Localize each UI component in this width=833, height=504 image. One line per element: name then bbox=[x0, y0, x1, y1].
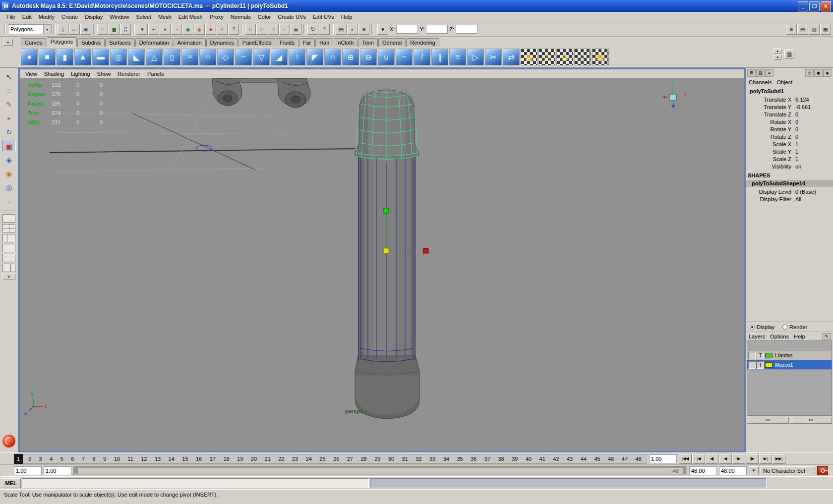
select-by-hierarchy-icon[interactable]: ⌂ bbox=[97, 24, 108, 35]
attribute-value[interactable]: 0 bbox=[794, 119, 833, 125]
shelf-tab[interactable]: Animation bbox=[174, 38, 206, 47]
step-back-frame-button[interactable]: |◀ bbox=[692, 454, 705, 464]
soft-modification-tool[interactable]: ◉ bbox=[2, 168, 16, 180]
attribute-value[interactable]: 0 bbox=[794, 126, 833, 132]
show-manipulator-tool[interactable]: ◎ bbox=[2, 181, 16, 194]
snap-to-grids-icon[interactable]: ∩ bbox=[245, 24, 256, 35]
menu-item[interactable]: File bbox=[3, 13, 19, 21]
panel-menu-item[interactable]: Shading bbox=[41, 70, 67, 77]
shelf-tabs-menu-button[interactable]: ▾ bbox=[3, 39, 13, 46]
close-button[interactable]: ✕ bbox=[821, 1, 831, 11]
attribute-value[interactable]: All bbox=[794, 196, 833, 202]
range-slider-bar[interactable]: 48 bbox=[74, 467, 686, 474]
make-live-icon[interactable]: ◉ bbox=[291, 24, 301, 35]
channel-attribute-row[interactable]: Scale X 1 bbox=[746, 140, 833, 148]
cylindrical-mapping-icon[interactable]: ◫ bbox=[538, 49, 555, 65]
select-by-component-icon[interactable]: ⣿ bbox=[120, 24, 131, 35]
panel-menu-item[interactable]: View bbox=[22, 70, 41, 77]
shelf-tab[interactable]: Fur bbox=[299, 38, 315, 47]
shelf-tab[interactable]: Dynamics bbox=[206, 38, 238, 47]
poly-separate-icon[interactable]: ⊖ bbox=[360, 49, 377, 65]
selection-mode-dropdown[interactable]: Polygons ▾ bbox=[8, 24, 52, 34]
shelf-tab[interactable]: Surfaces bbox=[105, 38, 134, 47]
channel-attribute-row[interactable]: Display Level 0 (Base) bbox=[746, 188, 833, 195]
menu-item[interactable]: Create bbox=[58, 13, 81, 21]
set-selection-mask-dropdown-icon[interactable]: ▾ bbox=[137, 24, 148, 35]
attribute-value[interactable]: 1 bbox=[794, 141, 833, 147]
shelf-editor-button[interactable]: ▥ bbox=[784, 49, 794, 59]
shelf-tab[interactable]: Hair bbox=[315, 38, 333, 47]
status-group-grip[interactable] bbox=[93, 24, 95, 34]
status-group-grip[interactable] bbox=[4, 24, 6, 34]
poly-sphere-icon[interactable]: ● bbox=[21, 49, 38, 65]
input-field-mode-button[interactable]: ▾ bbox=[377, 24, 388, 35]
shelf-tab[interactable]: nCloth bbox=[334, 38, 357, 47]
boolean-difference-icon[interactable]: − bbox=[396, 49, 413, 65]
menu-item[interactable]: Help bbox=[338, 13, 356, 21]
poly-cone-icon[interactable]: ▲ bbox=[74, 49, 91, 65]
render-layers-radio[interactable]: Render bbox=[782, 324, 807, 330]
attribute-value[interactable]: 1 bbox=[794, 149, 833, 155]
help-icon[interactable]: ? bbox=[319, 24, 330, 35]
poly-reduce-icon[interactable]: ▽ bbox=[253, 49, 270, 65]
open-scene-icon[interactable]: ▱ bbox=[69, 24, 80, 35]
toolbox-scroll-button[interactable]: ▾ bbox=[2, 274, 15, 280]
layer-paint-icon[interactable]: ✎ bbox=[822, 333, 831, 340]
shelf-tab[interactable]: Fluids bbox=[276, 38, 298, 47]
panel-menu-item[interactable]: Show bbox=[94, 70, 115, 77]
boolean-union-icon[interactable]: ∪ bbox=[378, 49, 395, 65]
menu-item[interactable]: Edit bbox=[19, 13, 35, 21]
channel-speed-mode-icon[interactable]: ▤ bbox=[756, 69, 765, 77]
construction-history-toggle-icon[interactable]: ↻ bbox=[307, 24, 318, 35]
node-name[interactable]: polyToSubd1 bbox=[746, 87, 833, 96]
status-group-grip[interactable] bbox=[241, 24, 243, 34]
manip-default-icon[interactable]: ◇ bbox=[805, 69, 814, 77]
universal-manipulator-tool[interactable]: ◈ bbox=[2, 154, 16, 166]
shelf-scroll-down-button[interactable]: ▾ bbox=[774, 55, 781, 60]
channel-attribute-row[interactable]: Scale Z 1 bbox=[746, 155, 833, 163]
select-joints-mask-icon[interactable]: ● bbox=[160, 24, 171, 35]
channel-list-mode-icon[interactable]: ≡ bbox=[765, 69, 774, 77]
channel-attribute-row[interactable]: Visibility on bbox=[746, 163, 833, 170]
playback-start-field[interactable] bbox=[44, 466, 71, 475]
menu-item[interactable]: Modify bbox=[35, 13, 58, 21]
status-group-grip[interactable] bbox=[371, 24, 373, 34]
display-layers-radio[interactable]: Display bbox=[750, 324, 774, 330]
animation-end-field[interactable] bbox=[719, 466, 747, 475]
poly-torus-icon[interactable]: ◎ bbox=[110, 49, 127, 65]
panel-menu-item[interactable]: Renderer bbox=[114, 70, 144, 77]
tool-settings-toggle-icon[interactable]: ▥ bbox=[809, 24, 820, 35]
select-dynamics-mask-icon[interactable]: ★ bbox=[205, 24, 216, 35]
layer-row[interactable]: T Llantas bbox=[747, 351, 832, 360]
status-group-grip[interactable] bbox=[303, 24, 305, 34]
menu-item[interactable]: Mesh bbox=[155, 13, 175, 21]
poly-wedge-icon[interactable]: ◢ bbox=[271, 49, 288, 65]
render-current-frame-icon[interactable]: ▤ bbox=[336, 24, 347, 35]
spherical-mapping-icon[interactable]: ◍ bbox=[556, 49, 573, 65]
play-forwards-button[interactable]: ▶ bbox=[732, 454, 745, 464]
menu-item[interactable]: Create UVs bbox=[274, 13, 309, 21]
move-tool[interactable]: + bbox=[2, 112, 16, 124]
step-forward-key-button[interactable]: |▶ bbox=[746, 454, 759, 464]
channel-attribute-row[interactable]: Translate Y -0.661 bbox=[746, 103, 833, 111]
poly-platonic-solid-icon[interactable]: ◇ bbox=[217, 49, 234, 65]
channel-box-menu[interactable]: Object bbox=[775, 79, 795, 86]
current-character-set[interactable]: No Character Set bbox=[761, 466, 815, 475]
time-slider-track[interactable]: 2345678910111213141516171819202122232425… bbox=[23, 454, 647, 464]
layer-pager-prev-button[interactable]: << bbox=[747, 417, 789, 424]
range-end-handle[interactable] bbox=[683, 468, 686, 474]
menu-item[interactable]: Display bbox=[81, 13, 106, 21]
channel-box-menu[interactable]: Channels bbox=[748, 79, 774, 86]
poly-helix-icon[interactable]: ≈ bbox=[181, 49, 198, 65]
layer-color-swatch[interactable] bbox=[765, 353, 773, 358]
current-time-field[interactable] bbox=[649, 454, 677, 463]
attribute-value[interactable]: 0 (Base) bbox=[794, 189, 833, 195]
status-group-grip[interactable] bbox=[54, 24, 56, 34]
layer-type-toggle[interactable]: T bbox=[757, 361, 764, 369]
go-to-end-button[interactable]: ▶▶| bbox=[773, 454, 785, 464]
manip-standard-icon[interactable]: ◈ bbox=[823, 69, 832, 77]
panel-menu-item[interactable]: Panels bbox=[144, 70, 168, 77]
new-scene-icon[interactable]: ▯ bbox=[58, 24, 68, 35]
poly-combine-icon[interactable]: ⊕ bbox=[342, 49, 359, 65]
select-curves-mask-icon[interactable]: ~ bbox=[171, 24, 182, 35]
